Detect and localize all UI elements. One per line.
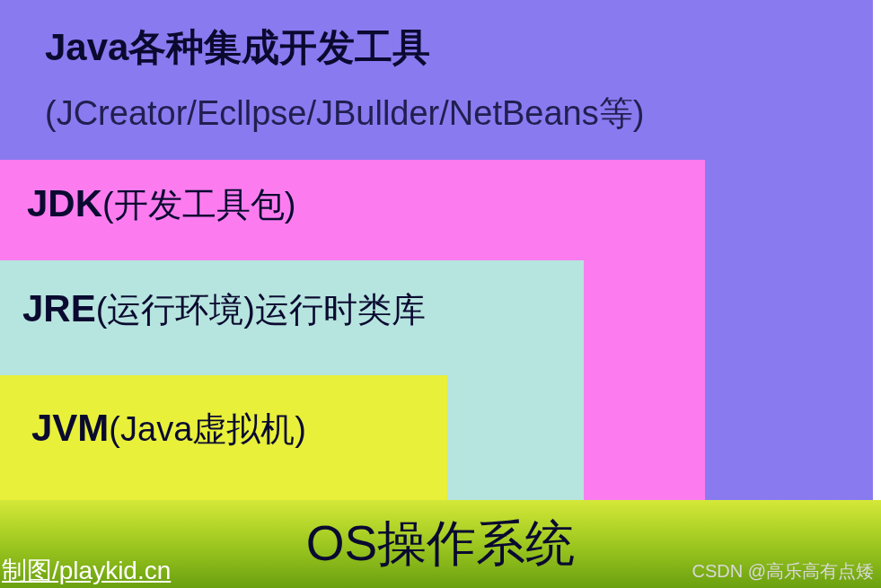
jvm-label: JVM(Java虚拟机) [31,407,447,452]
diagram-container: Java各种集成开发工具 (JCreator/Ecllpse/JBullder/… [0,0,881,588]
ide-title: Java各种集成开发工具 [45,22,873,73]
jvm-layer: JVM(Java虚拟机) [0,375,447,501]
jdk-label: JDK(开发工具包) [27,182,705,228]
jdk-bold: JDK [27,182,102,224]
jvm-bold: JVM [31,407,109,449]
os-label: OS操作系统 [306,511,575,577]
jre-label: JRE(运行环境)运行时类库 [22,287,584,333]
jdk-rest: (开发工具包) [102,186,295,224]
watermark-text: CSDN @高乐高有点矮 [692,559,874,584]
jre-rest: (运行环境)运行时类库 [96,291,426,329]
credit-text: 制图/playkid.cn [2,554,171,588]
jre-bold: JRE [22,287,96,329]
ide-subtitle: (JCreator/Ecllpse/JBullder/NetBeans等) [45,91,873,136]
jvm-rest: (Java虚拟机) [109,410,306,448]
